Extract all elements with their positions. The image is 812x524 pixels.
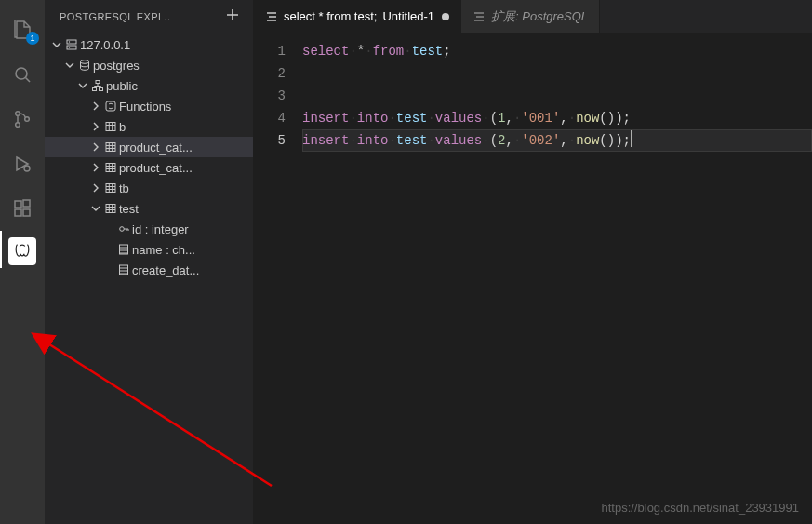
align-icon — [265, 10, 278, 23]
sidebar-header: POSTGRESQL EXPL.. — [45, 0, 253, 33]
svg-point-3 — [25, 117, 30, 122]
tree-table-icon — [102, 181, 119, 195]
tree-node-label: test — [119, 202, 139, 216]
tree-column-icon — [115, 222, 132, 235]
tree-table-icon — [102, 161, 119, 174]
svg-rect-19 — [106, 143, 115, 152]
tab-label-right: Untitled-1 — [382, 9, 434, 23]
sidebar: POSTGRESQL EXPL.. 127.0.0.1postgrespubli… — [45, 0, 254, 524]
svg-rect-22 — [106, 205, 115, 213]
svg-point-2 — [16, 123, 20, 128]
tab-label-left: select * from test; — [284, 9, 377, 23]
watermark: https://blog.csdn.net/sinat_23931991 — [602, 501, 800, 515]
svg-rect-6 — [15, 209, 21, 216]
tree-column[interactable]: name : ch... — [45, 239, 253, 260]
code-line[interactable]: select·*·from·test; — [302, 40, 812, 62]
code-line[interactable]: insert·into·test·values·(2,·'002',·now()… — [302, 129, 812, 152]
svg-rect-14 — [96, 81, 100, 84]
tree-table[interactable]: b — [45, 116, 253, 137]
tree-node-label: public — [106, 79, 138, 93]
chevron-down-icon — [89, 203, 102, 214]
search-icon — [11, 63, 33, 86]
tree-schema[interactable]: public — [45, 75, 253, 96]
tree-column[interactable]: create_dat... — [45, 260, 253, 280]
svg-rect-18 — [106, 123, 115, 131]
code-line[interactable]: insert·into·test·values·(1,·'001',·now()… — [302, 107, 812, 129]
svg-point-12 — [69, 47, 70, 47]
plus-icon — [225, 7, 240, 22]
tab-sql-untitled[interactable]: select * from test; Untitled-1 — [254, 0, 461, 33]
line-gutter: 12345 — [254, 33, 302, 524]
svg-rect-17 — [106, 101, 115, 111]
tree-functions[interactable]: Functions — [45, 96, 253, 116]
tree-database[interactable]: postgres — [45, 55, 253, 75]
svg-rect-15 — [93, 88, 97, 91]
svg-rect-16 — [100, 88, 103, 91]
tree-node-label: product_cat... — [119, 141, 193, 155]
tree-node-label: b — [119, 120, 126, 134]
tree-table-icon — [102, 120, 119, 133]
line-number: 1 — [254, 40, 302, 62]
editor-area: select * from test; Untitled-1 扩展: Postg… — [254, 0, 812, 524]
activity-explorer[interactable]: 1 — [0, 7, 45, 52]
tree-table[interactable]: test — [45, 198, 253, 219]
tree-functions-icon — [102, 100, 119, 113]
activity-scm[interactable] — [0, 97, 45, 141]
text-cursor — [631, 130, 632, 147]
chevron-down-icon — [63, 60, 76, 71]
extensions-icon — [11, 197, 33, 220]
activity-postgresql[interactable] — [0, 231, 45, 268]
tree-table[interactable]: product_cat... — [45, 137, 253, 157]
tree-node-label: id : integer — [132, 222, 189, 236]
tree-node-label: name : ch... — [132, 243, 195, 257]
tree-node-label: tb — [119, 181, 129, 195]
source-control-icon — [11, 108, 33, 130]
chevron-down-icon — [76, 80, 89, 91]
chevron-right-icon — [89, 162, 102, 173]
active-indicator — [0, 231, 2, 268]
tree-node-label: Functions — [119, 100, 171, 114]
svg-rect-5 — [15, 201, 21, 208]
tab-bar: select * from test; Untitled-1 扩展: Postg… — [254, 0, 812, 33]
svg-rect-7 — [23, 209, 30, 216]
activity-extensions[interactable] — [0, 186, 45, 231]
tree-column-icon — [115, 263, 132, 276]
code-line[interactable] — [302, 85, 812, 107]
tree-node-label: product_cat... — [119, 161, 193, 175]
explorer-badge: 1 — [26, 32, 39, 45]
tree-server[interactable]: 127.0.0.1 — [45, 34, 253, 55]
tree-server-icon — [63, 38, 80, 51]
editor-body[interactable]: 12345 select·*·from·test;insert·into·tes… — [254, 33, 812, 524]
dirty-indicator-icon — [442, 13, 449, 20]
tree-table[interactable]: tb — [45, 178, 253, 198]
tree-table-icon — [102, 202, 119, 215]
chevron-right-icon — [89, 141, 102, 153]
tab-label: 扩展: PostgreSQL — [491, 8, 588, 25]
activity-search[interactable] — [0, 52, 45, 97]
tree-node-label: 127.0.0.1 — [80, 38, 130, 52]
code-area[interactable]: select·*·from·test;insert·into·test·valu… — [302, 33, 812, 524]
activity-debug[interactable] — [0, 141, 45, 186]
svg-point-13 — [81, 60, 89, 64]
add-connection-button[interactable] — [221, 6, 244, 28]
svg-point-4 — [24, 166, 30, 171]
tree-column-icon — [115, 243, 132, 256]
tree-table[interactable]: product_cat... — [45, 157, 253, 178]
svg-point-0 — [16, 68, 27, 79]
chevron-right-icon — [89, 101, 102, 112]
db-tree: 127.0.0.1postgrespublicFunctionsbproduct… — [45, 33, 253, 524]
line-number: 3 — [254, 85, 302, 107]
tree-database-icon — [76, 59, 93, 72]
chevron-right-icon — [89, 121, 102, 132]
debug-icon — [11, 153, 33, 175]
tree-column[interactable]: id : integer — [45, 219, 253, 239]
svg-rect-21 — [106, 184, 115, 193]
tab-extension-postgresql[interactable]: 扩展: PostgreSQL — [461, 0, 600, 33]
tree-node-label: create_dat... — [132, 263, 199, 277]
sidebar-title: POSTGRESQL EXPL.. — [60, 11, 221, 22]
tree-schema-icon — [89, 79, 106, 92]
code-line[interactable] — [302, 62, 812, 85]
postgresql-icon — [8, 237, 36, 265]
line-number: 4 — [254, 107, 302, 129]
line-number: 2 — [254, 62, 302, 85]
